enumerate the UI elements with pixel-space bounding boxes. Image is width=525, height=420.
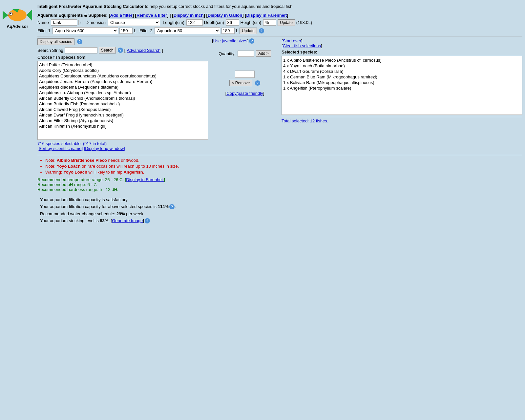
- add-button[interactable]: Add >: [256, 50, 271, 57]
- choose-label: Choose fish species from:: [37, 55, 208, 60]
- tank-name-icon[interactable]: ▿: [78, 20, 82, 25]
- list-item[interactable]: African Filter Shrimp (Atya gabonensis): [38, 118, 207, 123]
- svg-marker-1: [27, 9, 32, 21]
- svg-marker-6: [3, 11, 8, 20]
- filter-info-icon[interactable]: ?: [259, 28, 264, 33]
- equip-links: [Add a filter] [Remove a filter] | [Disp…: [109, 13, 288, 18]
- stocking-pct: 83%: [100, 218, 108, 223]
- middle-panel: [Use juvenile sizes]? Quantity: Add > < …: [212, 38, 278, 151]
- clear-fish-link[interactable]: Clear fish selections: [283, 43, 321, 48]
- equip-label: Aquarium Equipments & Supplies:: [37, 13, 108, 18]
- stocking-post: .: [108, 218, 110, 223]
- depth-label: Depth(cm): [204, 20, 224, 25]
- remove-info-icon[interactable]: ?: [255, 80, 260, 86]
- tank-name-input[interactable]: [51, 19, 77, 26]
- remove-input[interactable]: [235, 71, 255, 78]
- update-tank-button[interactable]: Update: [278, 19, 295, 26]
- filter2-label: Filter 2: [139, 28, 153, 33]
- quantity-area: Quantity: Add > < Remove ? [Copy/paste f…: [212, 50, 278, 96]
- list-item[interactable]: African Butterfly Cichlid (Anomalochromi…: [38, 95, 207, 101]
- filtration-pct-pre: Your aquarium filtration capacity for ab…: [40, 204, 158, 209]
- search-info-icon[interactable]: ?: [118, 48, 123, 53]
- filter2-flow[interactable]: [221, 28, 235, 34]
- list-item[interactable]: African Knifefish (Xenomystus nigri): [38, 123, 207, 129]
- display-all-species-button[interactable]: Display all species: [37, 38, 74, 45]
- stocking-pre: Your aquarium stocking level is: [40, 218, 100, 223]
- length-input[interactable]: [186, 19, 203, 26]
- quantity-label: Quantity:: [219, 51, 236, 56]
- display-all-info-icon[interactable]: ?: [77, 39, 82, 44]
- stocking-info-icon[interactable]: ?: [145, 218, 150, 223]
- display-gallon-link[interactable]: Display in Gallon: [208, 13, 242, 18]
- search-input[interactable]: [65, 47, 97, 53]
- display-inch-link[interactable]: Display in inch: [174, 13, 204, 18]
- list-item[interactable]: Aequidens Coeruleopunctatus (Aequidens c…: [38, 73, 207, 79]
- intro-rest: to help you setup correct stocks and fil…: [145, 4, 293, 9]
- list-item: 1 x Angelfish (Pterophyllum scalare): [283, 85, 521, 91]
- depth-input[interactable]: [226, 19, 239, 26]
- add-filter-link[interactable]: Add a filter: [110, 13, 133, 18]
- dimension-label: Dimension: [86, 20, 106, 25]
- filtration-info-icon[interactable]: ?: [169, 204, 175, 209]
- water-change-pre: Recommended water change schedule:: [40, 211, 116, 216]
- note-1: Note: Albino Bristlenose Pleco needs dri…: [45, 158, 522, 163]
- height-label: Height(cm): [241, 20, 262, 25]
- right-panel: [Start over] [Clear fish selections] Sel…: [282, 38, 522, 151]
- juvenile-info-icon[interactable]: ?: [249, 38, 254, 44]
- list-item[interactable]: African Butterfly Fish (Pantodon buchhol…: [38, 101, 207, 107]
- water-change-pct: 29%: [116, 211, 125, 216]
- remove-filter-link[interactable]: Remove a filter: [136, 13, 167, 18]
- list-item[interactable]: Adolfo Cory (Corydoras adolfoi): [38, 68, 207, 73]
- list-item[interactable]: Aequidens diadema (Aequidens diadema): [38, 84, 207, 90]
- list-item[interactable]: Abei Puffer (Tetraodon abei): [38, 62, 207, 68]
- remove-button[interactable]: < Remove: [229, 80, 252, 86]
- logo-area: AqAdvisor: [3, 3, 32, 29]
- list-item[interactable]: Aequidens sp. Atabapo (Aequidens sp. Ata…: [38, 90, 207, 95]
- temp-text-span: Recommended temperature range: 26 - 26 C…: [37, 177, 124, 182]
- start-over-link[interactable]: Start over: [283, 38, 301, 43]
- intro-text: Intelligent Freshwater Aquarium Stocking…: [37, 3, 522, 10]
- notes-section: Note: Albino Bristlenose Pleco needs dri…: [37, 155, 522, 192]
- filter2-select[interactable]: Aquaclear 50: [155, 27, 220, 34]
- tank-volume: (198.0L): [296, 20, 312, 25]
- use-juvenile-link[interactable]: Use juvenile sizes: [213, 38, 247, 43]
- display-farenheit-link[interactable]: Display in Farenheit: [246, 13, 287, 18]
- left-panel: Display all species ? Search String Sear…: [37, 38, 208, 151]
- warning-1: Warning: Yoyo Loach will likely to fin n…: [45, 170, 522, 175]
- tank-row: Name ▿ Dimension Choose Length(cm) Depth…: [37, 19, 522, 26]
- stocking-text: Your aquarium stocking level is 83%. [Ge…: [40, 218, 520, 223]
- filter1-label: Filter 1: [37, 28, 51, 33]
- height-input[interactable]: [263, 19, 276, 26]
- generate-image-link[interactable]: Generate Image: [112, 218, 143, 223]
- update-filter-button[interactable]: Update: [240, 28, 257, 34]
- filtration-satisfactory: Your aquarium filtration capacity is sat…: [40, 197, 520, 202]
- sort-scientific-link[interactable]: Sort by scientific name: [39, 146, 82, 151]
- ph-text: Recommended pH range: 6 - 7.: [37, 182, 522, 187]
- list-item[interactable]: African Clawed Frog (Xenopus laevis): [38, 107, 207, 112]
- species-list[interactable]: Abei Puffer (Tetraodon abei)Adolfo Cory …: [37, 61, 208, 140]
- hardness-text: Recommended hardness range: 5 - 12 dH.: [37, 187, 522, 192]
- advanced-search-link[interactable]: Advanced Search: [127, 48, 160, 53]
- water-change-post: per week.: [125, 211, 145, 216]
- selected-species-box: 1 x Albino Bristlenose Pleco (Ancistrus …: [282, 56, 522, 115]
- water-change-text: Recommended water change schedule: 29% p…: [40, 211, 520, 216]
- bottom-section: Your aquarium filtration capacity is sat…: [37, 197, 522, 223]
- filter1-flow[interactable]: [119, 28, 133, 34]
- filter1-select[interactable]: Aqua Nova 600: [52, 27, 118, 34]
- list-item: 1 x German Blue Ram (Mikrogeophagus rami…: [283, 74, 521, 80]
- filter2-unit: L: [236, 28, 238, 33]
- copypaste-link[interactable]: Copy/paste friendly: [226, 91, 263, 96]
- name-label: Name: [37, 20, 49, 25]
- list-item[interactable]: African Dwarf Frog (Hymenochirus boettge…: [38, 112, 207, 118]
- length-label: Length(cm): [163, 20, 184, 25]
- search-button[interactable]: Search: [99, 47, 116, 53]
- display-long-link[interactable]: Display long window: [85, 146, 124, 151]
- list-item[interactable]: Aequidens Jenaro Herrera (Aequidens sp. …: [38, 79, 207, 84]
- temp-farenheit-link[interactable]: Display in Farenheit: [126, 177, 164, 182]
- qty-row: Quantity: Add >: [219, 50, 271, 57]
- species-count: 716 species selectable. (917 in total): [37, 141, 208, 146]
- list-item: 4 x Yoyo Loach (Botia almorhae): [283, 63, 521, 69]
- quantity-input[interactable]: [238, 51, 254, 57]
- dimension-select[interactable]: Choose: [108, 19, 160, 26]
- search-string-label: Search String: [37, 48, 63, 53]
